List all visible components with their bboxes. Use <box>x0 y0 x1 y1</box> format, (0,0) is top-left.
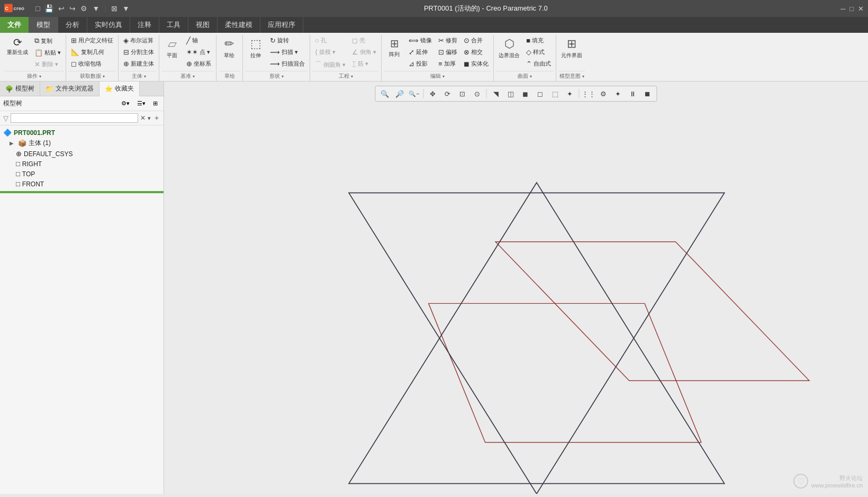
btn-extend[interactable]: ⤢ 延伸 <box>406 47 435 58</box>
expand-icon[interactable]: ▼ <box>121 3 131 14</box>
btn-project[interactable]: ⊿ 投影 <box>406 58 435 69</box>
quick-access-icon[interactable]: ▼ <box>91 3 101 14</box>
new-icon[interactable]: □ <box>34 3 41 14</box>
btn-sweep[interactable]: ⟿ 扫描 ▾ <box>267 47 308 58</box>
datum-expand-arrow[interactable]: ▾ <box>193 74 195 79</box>
redo-icon[interactable]: ↪ <box>68 3 77 14</box>
menu-flexible[interactable]: 柔性建模 <box>218 17 260 33</box>
undo-icon[interactable]: ↩ <box>57 3 66 14</box>
vp-zoom-window[interactable]: 🔍 <box>378 87 392 100</box>
body-expand-arrow[interactable]: ▾ <box>144 74 146 79</box>
btn-chamfer[interactable]: ∠ 倒角 ▾ <box>349 47 379 58</box>
tree-item-body[interactable]: ▶ 📦 主体 (1) <box>0 138 164 149</box>
btn-offset[interactable]: ⊡ 偏移 <box>436 47 460 58</box>
btn-regenerate[interactable]: ⟳ 重新生成 <box>4 35 31 58</box>
btn-mirror[interactable]: ⟺ 镜像 <box>406 35 435 46</box>
btn-intersect[interactable]: ⊗ 相交 <box>461 47 491 58</box>
btn-shell[interactable]: ◻ 壳 <box>349 35 379 46</box>
vp-settings[interactable]: ⚙ <box>596 87 610 100</box>
tree-search-add-btn[interactable]: ＋ <box>153 113 160 123</box>
shape-expand-arrow[interactable]: ▾ <box>282 74 284 79</box>
btn-new-body[interactable]: ⊕ 新建主体 <box>121 58 157 69</box>
btn-rotate[interactable]: ↻ 旋转 <box>267 35 308 46</box>
getdata-expand-arrow[interactable]: ▾ <box>103 74 105 79</box>
btn-boundary-blend[interactable]: ⬡ 边界混合 <box>496 35 522 61</box>
tree-columns-btn[interactable]: ☰▾ <box>134 98 148 109</box>
btn-axis[interactable]: ╱ 轴 <box>184 35 214 46</box>
vp-render[interactable]: ✦ <box>563 87 577 100</box>
btn-sweep-blend[interactable]: ⟿ 扫描混合 <box>267 58 308 69</box>
vp-stop[interactable]: ⏹ <box>641 87 655 100</box>
btn-plane[interactable]: ▱ 平面 <box>161 35 183 61</box>
btn-point[interactable]: ✶✶ 点 ▾ <box>184 47 214 58</box>
btn-csys[interactable]: ⊕ 坐标系 <box>184 58 214 69</box>
btn-freeform[interactable]: ⌃ 自由式 <box>523 58 554 69</box>
vp-pan[interactable]: ✥ <box>426 87 440 100</box>
vp-rotate[interactable]: ⟳ <box>441 87 455 100</box>
btn-bool-ops[interactable]: ◈ 布尔运算 <box>121 35 157 46</box>
menu-simulation[interactable]: 实时仿真 <box>87 17 130 33</box>
menu-tools[interactable]: 工具 <box>159 17 188 33</box>
vp-view2[interactable]: ◫ <box>504 87 518 100</box>
vp-star[interactable]: ✦ <box>611 87 625 100</box>
surface-expand-arrow[interactable]: ▾ <box>530 74 532 79</box>
btn-thicken[interactable]: ≡ 加厚 <box>436 58 460 69</box>
menu-analysis[interactable]: 分析 <box>58 17 87 33</box>
viewport[interactable]: 🔍 🔎 🔍− ✥ ⟳ ⊡ ⊙ ◥ ◫ ◼ ◻ ⬚ ✦ ⋮⋮ ⚙ ✦ ⏸ ⏹ <box>164 82 868 494</box>
canvas-area[interactable] <box>164 108 868 494</box>
tree-item-top[interactable]: □ TOP <box>0 169 164 179</box>
edit-expand-arrow[interactable]: ▾ <box>442 74 445 79</box>
vp-filter[interactable]: ⋮⋮ <box>582 87 595 100</box>
vp-hidden[interactable]: ⬚ <box>548 87 562 100</box>
menu-model[interactable]: 模型 <box>29 17 58 33</box>
tree-search-expand-btn[interactable]: ▾ <box>148 115 151 122</box>
tab-favorites[interactable]: ⭐ 收藏夹 <box>100 82 140 96</box>
maximize-btn[interactable]: □ <box>849 5 854 13</box>
vp-zoom-out[interactable]: 🔍− <box>408 87 421 100</box>
tree-settings-btn[interactable]: ⚙▾ <box>119 98 132 109</box>
btn-array[interactable]: ⊞ 阵列 <box>384 35 405 60</box>
btn-fillet[interactable]: ⌒ 倒圆角 ▾ <box>312 58 348 71</box>
save-icon[interactable]: 💾 <box>43 3 55 14</box>
tools-icon[interactable]: ⚙ <box>79 3 89 14</box>
tree-item-csys[interactable]: ⊕ DEFAULT_CSYS <box>0 149 164 159</box>
btn-copy-geo[interactable]: 📐 复制几何 <box>68 47 116 58</box>
btn-split-body[interactable]: ⊟ 分割主体 <box>121 47 157 58</box>
btn-paste[interactable]: 📋 粘贴 ▾ <box>32 47 64 58</box>
btn-delete[interactable]: ✕ 删除 ▾ <box>32 59 64 70</box>
grid-icon[interactable]: ⊠ <box>110 3 119 14</box>
menu-file[interactable]: 文件 <box>0 17 29 33</box>
btn-shrink-wrap[interactable]: ◻ 收缩包络 <box>68 58 116 69</box>
btn-user-feature[interactable]: ⊞ 用户定义特征 <box>68 35 116 46</box>
minimize-btn[interactable]: ─ <box>840 5 845 13</box>
tree-filter-btn[interactable]: ⊞ <box>150 98 160 109</box>
tree-item-root[interactable]: 🔷 PRT0001.PRT <box>0 128 164 138</box>
btn-fill[interactable]: ■ 填充 <box>523 35 554 46</box>
tree-item-right[interactable]: □ RIGHT <box>0 159 164 169</box>
vp-wireframe[interactable]: ◻ <box>534 87 547 100</box>
vp-pause[interactable]: ⏸ <box>626 87 640 100</box>
operations-expand-arrow[interactable]: ▾ <box>39 74 41 79</box>
tree-search-input[interactable] <box>11 113 138 123</box>
tab-file-browser[interactable]: 📁 文件夹浏览器 <box>40 82 100 96</box>
btn-rib[interactable]: ⌶ 筋 ▾ <box>349 58 379 69</box>
btn-trim[interactable]: ✂ 修剪 <box>436 35 460 46</box>
btn-copy[interactable]: ⧉ 复制 <box>32 35 64 47</box>
vp-view1[interactable]: ◥ <box>489 87 503 100</box>
btn-hole[interactable]: ○ 孔 <box>312 35 348 46</box>
btn-component-interface[interactable]: ⊞ 元件界面 <box>558 35 585 61</box>
body-expand-icon[interactable]: ▶ <box>10 140 16 146</box>
vp-fit[interactable]: ⊡ <box>456 87 469 100</box>
engineering-expand-arrow[interactable]: ▾ <box>351 74 353 79</box>
vp-orbit[interactable]: ⊙ <box>471 87 484 100</box>
vp-zoom-in[interactable]: 🔎 <box>393 87 406 100</box>
btn-style[interactable]: ◇ 样式 <box>523 47 554 58</box>
close-btn[interactable]: ✕ <box>858 5 864 13</box>
menu-view[interactable]: 视图 <box>188 17 218 33</box>
tree-item-front[interactable]: □ FRONT <box>0 179 164 189</box>
tab-model-tree[interactable]: 🌳 模型树 <box>0 82 40 96</box>
model-intent-expand-arrow[interactable]: ▾ <box>582 74 584 79</box>
btn-draft[interactable]: ⟨ 拔模 ▾ <box>312 47 348 58</box>
btn-sketch[interactable]: ✏ 草绘 <box>219 35 240 61</box>
menu-apps[interactable]: 应用程序 <box>260 17 303 33</box>
